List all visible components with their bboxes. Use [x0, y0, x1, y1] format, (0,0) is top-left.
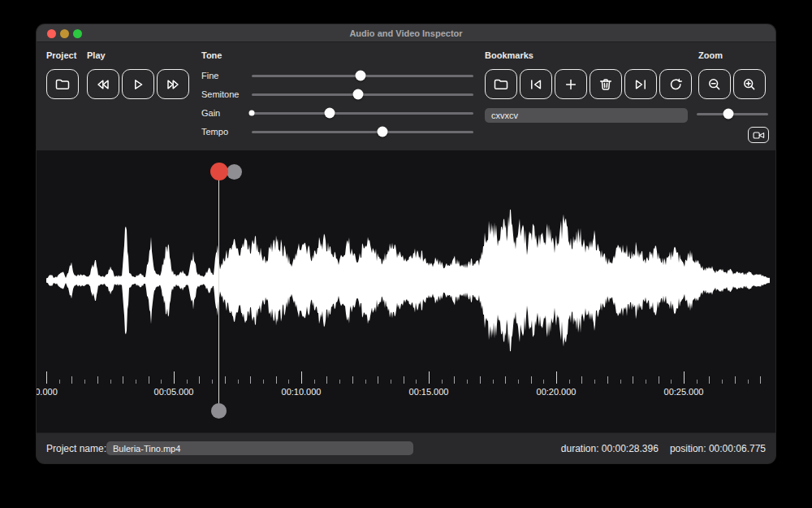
ruler-tick: [620, 380, 621, 384]
titlebar: Audio and Video Inspector: [37, 24, 775, 42]
app-window: Audio and Video Inspector Project Play T…: [37, 24, 775, 463]
zoom-out-icon: [706, 76, 723, 93]
ruler-tick: [136, 380, 136, 384]
rewind-button[interactable]: [87, 69, 119, 99]
tempo-slider-thumb[interactable]: [378, 127, 388, 137]
rewind-icon: [95, 76, 111, 93]
waveform[interactable]: [46, 150, 770, 419]
bookmarks-section-label: Bookmarks: [485, 50, 533, 60]
fast-forward-icon: [165, 76, 181, 93]
ruler-tick: [493, 380, 494, 384]
play-icon: [130, 76, 146, 93]
folder-icon: [54, 76, 71, 93]
skip-to-start-icon: [528, 76, 544, 93]
playhead-line[interactable]: [218, 172, 220, 407]
ruler-tick: [543, 380, 544, 384]
ruler-tick: [212, 380, 213, 384]
gain-slider-thumb[interactable]: [324, 108, 335, 119]
ruler-tick: [581, 376, 582, 384]
ruler-tick: [429, 371, 430, 384]
ruler-tick: [352, 376, 353, 384]
tone-section-label: Tone: [201, 50, 222, 60]
ruler-tick: [659, 376, 659, 384]
ruler-tick: [594, 380, 595, 384]
open-project-button[interactable]: [46, 69, 79, 99]
zoom-slider[interactable]: [697, 113, 768, 115]
gain-slider[interactable]: [252, 112, 473, 115]
delete-bookmark-button[interactable]: [590, 69, 622, 99]
zoom-in-button[interactable]: [733, 69, 766, 99]
ruler-tick: [760, 376, 761, 384]
video-camera-icon: [753, 131, 765, 140]
zoom-in-icon: [741, 76, 758, 93]
project-name-label: Project name:: [46, 443, 106, 454]
zoom-slider-thumb[interactable]: [723, 109, 733, 119]
ruler-tick: [110, 380, 111, 384]
toolbar: Project Play Tone Fine Semitone: [37, 42, 775, 150]
fine-slider-thumb[interactable]: [355, 71, 365, 81]
project-name-input[interactable]: [106, 441, 413, 455]
ruler-tick: [480, 376, 481, 384]
add-bookmark-button[interactable]: [555, 69, 587, 99]
ruler-tick: [709, 376, 710, 384]
time-readouts: duration: 00:00:28.396 position: 00:00:0…: [561, 433, 766, 463]
ruler-tick: [314, 380, 315, 384]
tempo-slider[interactable]: [252, 131, 473, 133]
ruler-tick: [722, 380, 723, 384]
project-section-label: Project: [46, 50, 76, 60]
next-bookmark-button[interactable]: [624, 69, 657, 99]
ruler-tick: [288, 380, 289, 384]
fast-forward-button[interactable]: [157, 69, 189, 99]
video-preview-button[interactable]: [748, 127, 769, 143]
previous-bookmark-button[interactable]: [520, 69, 552, 99]
folder-icon: [493, 76, 509, 93]
fine-slider[interactable]: [252, 75, 473, 77]
ruler-tick: [199, 376, 200, 384]
ruler-tick: [671, 380, 672, 384]
ruler-tick: [326, 376, 327, 384]
bookmark-name-input[interactable]: [485, 108, 688, 123]
ruler-tick: [556, 371, 557, 384]
ruler-tick: [84, 380, 85, 384]
ruler-tick: [416, 380, 417, 384]
reset-bookmark-button[interactable]: [659, 69, 692, 99]
timeline-area: 0.00000:05.00000:10.00000:15.00000:20.00…: [37, 150, 775, 432]
ruler-tick: [518, 380, 519, 384]
ruler-tick: [531, 376, 532, 384]
position-readout: position: 00:00:06.775: [670, 443, 766, 454]
zoom-out-button[interactable]: [698, 69, 731, 99]
semitone-slider-label: Semitone: [201, 89, 239, 99]
plus-icon: [563, 76, 579, 93]
ruler-tick: [250, 376, 251, 384]
ruler-label: 00:20.000: [537, 387, 577, 397]
window-title: Audio and Video Inspector: [37, 28, 775, 38]
playhead-bottom-handle[interactable]: [211, 403, 227, 419]
secondary-marker-handle[interactable]: [227, 164, 242, 180]
playhead-handle[interactable]: [210, 163, 228, 180]
ruler-tick: [404, 376, 404, 384]
bookmarks-folder-button[interactable]: [485, 69, 517, 99]
semitone-slider-thumb[interactable]: [353, 89, 364, 100]
ruler-tick: [123, 376, 123, 384]
ruler-tick: [391, 380, 391, 384]
ruler-label: 00:25.000: [664, 387, 704, 397]
ruler-tick: [454, 376, 455, 384]
rotate-reset-icon: [667, 76, 684, 93]
ruler-tick: [378, 376, 378, 384]
ruler-tick: [149, 376, 149, 384]
fine-slider-label: Fine: [201, 71, 218, 80]
tempo-slider-label: Tempo: [201, 127, 228, 137]
ruler-tick: [365, 380, 366, 384]
ruler-tick: [339, 380, 340, 384]
gain-slider-min-dot: [249, 111, 255, 116]
play-button[interactable]: [122, 69, 154, 99]
ruler-tick: [225, 376, 226, 384]
statusbar: Project name: duration: 00:00:28.396 pos…: [37, 432, 775, 463]
ruler-label: 0.000: [37, 387, 58, 397]
ruler-tick: [569, 380, 570, 384]
ruler-tick: [161, 380, 162, 384]
ruler-tick: [442, 380, 443, 384]
semitone-slider[interactable]: [252, 93, 473, 96]
ruler-label: 00:15.000: [409, 387, 449, 397]
ruler-tick: [301, 371, 302, 384]
